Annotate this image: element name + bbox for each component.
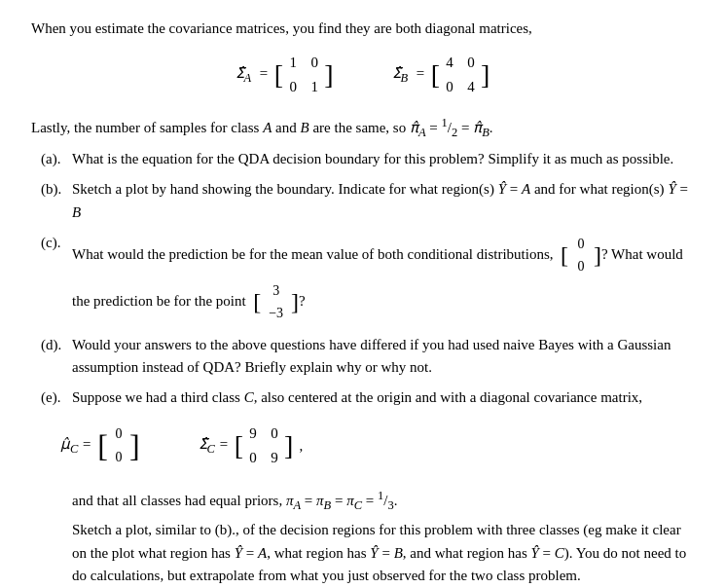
part-b: (b). Sketch a plot by hand showing the b… — [31, 178, 694, 224]
sigma-c-expr: Σ̂C = [ 9 0 0 9 ] , — [199, 421, 304, 471]
cell-a-11: 1 — [308, 76, 320, 98]
lastly-text: Lastly, the number of samples for class … — [31, 114, 694, 142]
sigma-c-bracket: [ 9 0 0 9 ] — [235, 421, 294, 471]
mu-c-bracket: [ 0 0 ] — [97, 421, 139, 470]
cell-b-01: 0 — [465, 52, 477, 74]
sigma-a-label: Σ̂A = — [236, 62, 269, 88]
bracket-left-muc: [ — [97, 430, 108, 461]
cell-c2-0: 3 — [269, 280, 283, 302]
part-a-label: (a). — [41, 148, 72, 170]
parts-list: (a). What is the equation for the QDA de… — [31, 148, 694, 587]
inline-matrix-1: [ 0 0 ] — [561, 232, 601, 278]
part-c: (c). What would the prediction be for th… — [31, 232, 694, 326]
matrix-a-grid: 1 0 0 1 — [283, 50, 324, 100]
bracket-left-a: [ — [274, 61, 283, 89]
bracket-right-c1: ] — [594, 243, 601, 267]
part-d-label: (d). — [41, 334, 72, 356]
main-content: When you estimate the covariance matrice… — [31, 18, 694, 587]
inline-matrix-1-grid: 0 0 — [572, 232, 590, 278]
matrix-display-row: Σ̂A = [ 1 0 0 1 ] Σ̂B = [ — [31, 50, 694, 100]
cell-a-01: 0 — [308, 52, 320, 74]
part-c-label: (c). — [41, 232, 72, 254]
matrix-b-grid: 4 0 0 4 — [440, 50, 481, 100]
bracket-right-muc: ] — [129, 430, 140, 461]
mu-c-grid: 0 0 — [108, 421, 129, 470]
bracket-right-c2: ] — [291, 290, 299, 313]
part-e-intro: Suppose we had a third class C, also cen… — [72, 386, 642, 409]
mu-c-expr: μ̂C = [ 0 0 ] — [60, 421, 140, 470]
sigma-c-comma: , — [299, 435, 303, 458]
cell-c1-0: 0 — [576, 234, 586, 255]
cell-b-11: 4 — [465, 76, 477, 98]
sigma-b-label: Σ̂B = — [392, 62, 425, 88]
cell-b-10: 0 — [444, 76, 455, 98]
sigma-b-expr: Σ̂B = [ 4 0 0 4 ] — [392, 50, 490, 100]
cell-c2-1: −3 — [269, 303, 283, 324]
part-b-content: Sketch a plot by hand showing the bounda… — [72, 178, 694, 224]
sigma-a-expr: Σ̂A = [ 1 0 0 1 ] — [236, 50, 334, 100]
part-e-text-after: and that all classes had equal priors, π… — [41, 487, 694, 587]
sigma-c-grid: 9 0 0 9 — [243, 421, 284, 471]
part-a: (a). What is the equation for the QDA de… — [31, 148, 694, 170]
part-e-equal-priors: and that all classes had equal priors, π… — [72, 487, 694, 515]
cell-b-00: 4 — [444, 52, 455, 74]
bracket-left-b: [ — [431, 61, 440, 89]
part-b-label: (b). — [41, 178, 72, 201]
cell-a-00: 1 — [287, 52, 299, 74]
cell-c1-1: 0 — [576, 256, 586, 277]
part-c-content: What would the prediction be for the mea… — [72, 232, 694, 326]
bracket-left-sc: [ — [235, 432, 243, 459]
part-e-matrix-display: μ̂C = [ 0 0 ] Σ̂C = — [60, 421, 303, 471]
part-e-label: (e). — [41, 386, 72, 409]
cell-sc-01: 0 — [269, 423, 280, 445]
part-e-sketch-text: Sketch a plot, similar to (b)., of the d… — [72, 519, 694, 587]
inline-matrix-2: [ 3 −3 ] — [253, 278, 299, 325]
bracket-left-c2: [ — [253, 290, 261, 313]
cell-a-10: 0 — [287, 76, 299, 98]
part-d-content: Would your answers to the above question… — [72, 334, 694, 380]
bracket-left-c1: [ — [561, 243, 568, 267]
cell-sc-00: 9 — [247, 423, 259, 445]
cell-sc-11: 9 — [269, 447, 280, 469]
inline-matrix-2-grid: 3 −3 — [265, 278, 287, 325]
mu-c-label: μ̂C = — [60, 433, 91, 459]
part-d: (d). Would your answers to the above que… — [31, 334, 694, 380]
sigma-c-label: Σ̂C = — [199, 433, 229, 459]
bracket-right-a: ] — [324, 61, 333, 89]
mu-c-0: 0 — [114, 423, 124, 445]
part-a-content: What is the equation for the QDA decisio… — [72, 148, 694, 170]
cell-sc-10: 0 — [247, 447, 259, 469]
mu-c-1: 0 — [114, 447, 124, 468]
part-e: (e). Suppose we had a third class C, als… — [31, 386, 694, 587]
bracket-right-b: ] — [481, 61, 489, 89]
bracket-right-sc: ] — [284, 432, 293, 459]
intro-text: When you estimate the covariance matrice… — [31, 18, 694, 40]
matrix-b-bracket: [ 4 0 0 4 ] — [431, 50, 490, 100]
matrix-a-bracket: [ 1 0 0 1 ] — [274, 50, 334, 100]
